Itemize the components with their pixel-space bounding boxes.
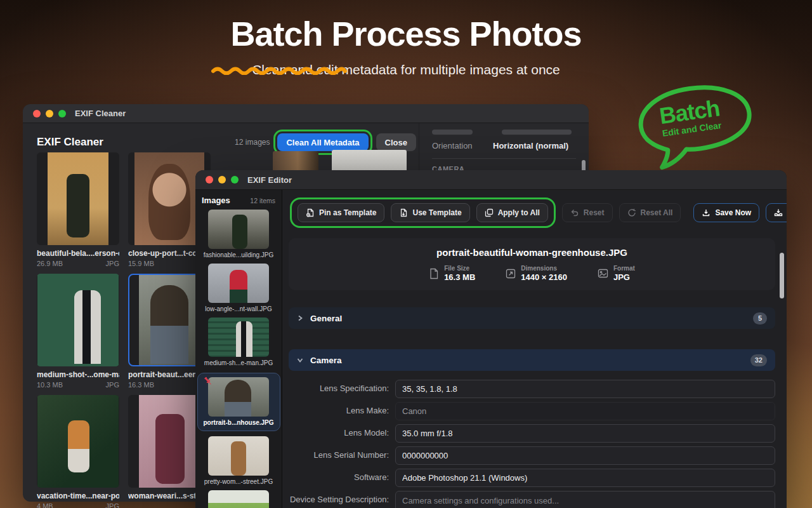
minimize-traffic-light[interactable]	[46, 110, 53, 117]
apply-to-all-button[interactable]: Apply to All	[476, 203, 548, 222]
photo-thumbnail	[37, 395, 119, 488]
lens-serial-number-field[interactable]	[395, 446, 775, 465]
photo-thumbnail	[208, 436, 269, 476]
grid-item-filename: medium-shot-...ome-man.JPG	[37, 370, 119, 379]
section-camera[interactable]: Camera 32	[289, 349, 775, 371]
sidebar-image-item[interactable]: low-angle-...nt-wall.JPG	[195, 262, 282, 316]
cleaner-titlebar: EXIF Cleaner	[23, 104, 589, 123]
images-count-label: 12 images	[235, 138, 270, 147]
minimize-traffic-light[interactable]	[218, 176, 226, 184]
grid-item[interactable]: beautiful-bela....erson-city.JPG 26.9 MB…	[37, 152, 119, 267]
template-button-group: Pin as Template Use Template Apply to Al…	[290, 197, 556, 228]
grid-item[interactable]: vacation-time...near-pool.JPG 4 MBJPG	[37, 395, 119, 508]
file-icon	[429, 268, 439, 279]
pin-as-template-button[interactable]: Pin as Template	[298, 203, 384, 222]
page-subtitle: Clean and edit metadata for multiple ima…	[0, 62, 812, 77]
sidebar-count: 12 items	[250, 197, 275, 204]
file-size-value: 16.3 MB	[444, 272, 475, 282]
save-all-button[interactable]: Save All	[766, 203, 787, 222]
editor-scrollbar[interactable]	[780, 253, 784, 298]
image-format-icon	[598, 269, 608, 278]
sidebar-heading: Images	[202, 196, 230, 205]
software-label: Software:	[289, 472, 395, 483]
sidebar-item-filename: portrait-b...nhouse.JPG	[198, 419, 280, 426]
pin-as-template-label: Pin as Template	[319, 208, 376, 217]
batch-speech-bubble: Batch Edit and Clear	[625, 72, 771, 179]
photo-thumbnail	[208, 377, 269, 417]
grid-item-format: JPG	[106, 502, 119, 508]
lens-model-label: Lens Model:	[289, 428, 395, 438]
editor-toolbar: Pin as Template Use Template Apply to Al…	[282, 190, 787, 234]
editor-titlebar: EXIF Editor	[195, 170, 787, 190]
cleaner-close-button[interactable]: Close	[376, 133, 416, 151]
pin-icon	[203, 376, 213, 386]
reset-all-label: Reset All	[641, 208, 673, 217]
hero-banner: Batch Process Photos Clean and edit meta…	[0, 14, 812, 77]
sidebar-image-item[interactable]: pretty-wom...-street.JPG	[195, 435, 282, 489]
section-camera-badge: 32	[750, 354, 767, 366]
grid-item-filename: vacation-time...near-pool.JPG	[37, 491, 119, 500]
device-setting-description-field[interactable]	[395, 491, 775, 508]
editor-window-title: EXIF Editor	[247, 175, 292, 185]
dimensions-label: Dimensions	[521, 265, 567, 272]
photo-thumbnail	[208, 264, 269, 303]
grid-item-size: 4 MB	[37, 502, 53, 508]
editor-sidebar: Images 12 items fashionable...uilding.JP…	[195, 190, 282, 508]
clean-all-metadata-button[interactable]: Clean All Metadata	[277, 133, 368, 151]
save-now-label: Save Now	[715, 208, 751, 217]
software-field[interactable]	[395, 469, 775, 487]
lens-make-field[interactable]	[395, 402, 775, 420]
photo-thumbnail	[134, 152, 204, 245]
lens-serial-number-label: Lens Serial Number:	[289, 450, 395, 460]
save-now-button[interactable]: Save Now	[693, 203, 759, 222]
photo-thumbnail	[208, 210, 269, 249]
chevron-down-icon	[297, 357, 303, 363]
zoom-traffic-light[interactable]	[58, 110, 66, 117]
sidebar-image-item[interactable]: fashionable...uilding.JPG	[195, 208, 282, 262]
clipped-row	[432, 130, 576, 135]
reset-all-button[interactable]: Reset All	[619, 203, 681, 222]
use-template-button[interactable]: Use Template	[391, 203, 469, 222]
sidebar-item-filename: low-angle-...nt-wall.JPG	[195, 305, 282, 312]
section-general[interactable]: General 5	[289, 307, 775, 329]
section-general-label: General	[310, 314, 342, 323]
partial-photo-thumbnail	[332, 150, 407, 170]
cleaner-window-title: EXIF Cleaner	[75, 109, 126, 118]
device-setting-description-label: Device Setting Description:	[289, 491, 395, 505]
photo-thumbnail	[37, 274, 119, 366]
wavy-underline	[211, 65, 347, 75]
sidebar-image-item[interactable]	[195, 489, 282, 508]
grid-item-size: 15.9 MB	[128, 260, 154, 267]
sidebar-image-item-selected[interactable]: portrait-b...nhouse.JPG	[197, 373, 280, 431]
lens-specification-field[interactable]	[395, 380, 775, 398]
lens-make-label: Lens Make:	[289, 406, 395, 416]
grid-item-format: JPG	[106, 381, 119, 389]
undo-circle-icon	[627, 208, 636, 217]
sidebar-item-filename: medium-sh...e-man.JPG	[195, 359, 282, 366]
grid-item-filename: beautiful-bela....erson-city.JPG	[37, 249, 119, 258]
sidebar-image-item[interactable]: medium-sh...e-man.JPG	[195, 316, 282, 370]
file-info-card: portrait-beautiful-woman-greenhouse.JPG …	[289, 238, 775, 290]
grid-item-size: 10.3 MB	[37, 381, 63, 389]
dimensions-value: 1440 × 2160	[521, 272, 567, 282]
close-traffic-light[interactable]	[33, 110, 41, 117]
copy-icon	[485, 208, 494, 217]
orientation-label: Orientation	[432, 141, 493, 150]
document-download-icon	[399, 208, 408, 217]
section-camera-label: Camera	[310, 356, 342, 365]
close-traffic-light[interactable]	[206, 176, 213, 184]
lens-model-field[interactable]	[395, 424, 775, 443]
cleaner-heading: EXIF Cleaner	[37, 136, 103, 149]
grid-item-size: 26.9 MB	[37, 260, 63, 267]
reset-button[interactable]: Reset	[562, 203, 613, 222]
zoom-traffic-light[interactable]	[231, 176, 239, 184]
photo-thumbnail	[139, 275, 200, 365]
document-plus-icon	[306, 208, 315, 217]
camera-fields: Lens Specification: Lens Make: Lens Mode…	[289, 380, 775, 508]
photo-thumbnail	[48, 152, 108, 245]
photo-thumbnail	[208, 490, 269, 508]
grid-item[interactable]: medium-shot-...ome-man.JPG 10.3 MBJPG	[37, 274, 119, 389]
lens-specification-label: Lens Specification:	[289, 384, 395, 394]
orientation-value: Horizontal (normal)	[493, 141, 568, 150]
section-general-badge: 5	[753, 312, 767, 324]
